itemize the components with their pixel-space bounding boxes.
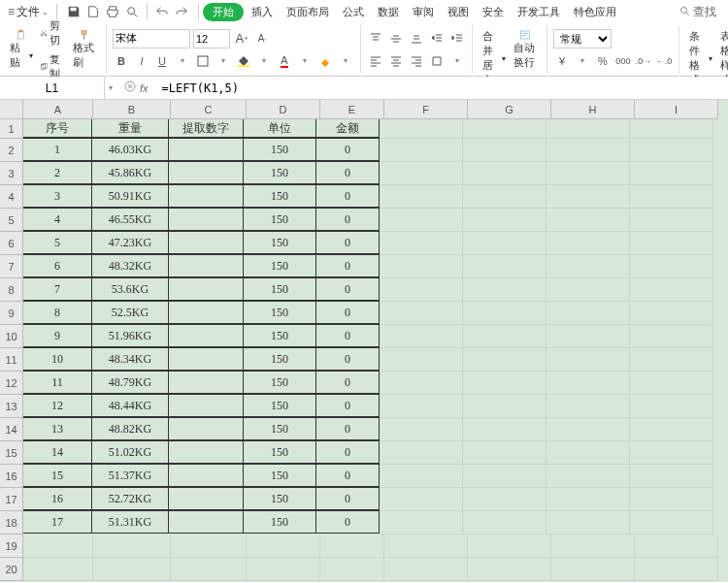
cell[interactable] — [320, 534, 384, 558]
cell[interactable] — [463, 348, 546, 372]
cell[interactable] — [630, 278, 713, 302]
cell[interactable] — [168, 277, 244, 301]
cell[interactable] — [463, 302, 546, 325]
cell[interactable] — [380, 162, 463, 185]
decrease-indent-button[interactable] — [428, 30, 446, 48]
cell[interactable]: 金额 — [315, 118, 380, 138]
cell[interactable] — [468, 558, 551, 581]
tab-插入[interactable]: 插入 — [246, 3, 279, 21]
cell[interactable]: 0 — [315, 464, 380, 487]
cell[interactable] — [546, 119, 630, 139]
cell[interactable] — [93, 534, 171, 558]
cell[interactable]: 14 — [22, 440, 92, 464]
borders-button[interactable] — [194, 52, 212, 70]
cell[interactable] — [168, 161, 244, 184]
cell[interactable] — [630, 488, 713, 511]
cell[interactable] — [171, 558, 247, 581]
cell[interactable] — [630, 302, 713, 325]
cell[interactable]: 0 — [315, 231, 380, 254]
cell[interactable] — [168, 394, 244, 417]
cell[interactable] — [380, 185, 463, 209]
cell[interactable]: 150 — [243, 161, 316, 184]
col-header-B[interactable]: B — [93, 100, 171, 119]
cell[interactable]: 150 — [243, 464, 316, 487]
cell[interactable]: 3 — [22, 184, 92, 208]
cell[interactable]: 150 — [243, 440, 316, 464]
row-header-19[interactable]: 19 — [0, 534, 23, 558]
decrease-font-button[interactable]: A- — [253, 30, 271, 48]
cell[interactable]: 150 — [243, 324, 316, 347]
percent-button[interactable]: % — [594, 52, 612, 70]
cell[interactable]: 150 — [243, 394, 316, 417]
cell[interactable] — [168, 487, 244, 510]
cell[interactable]: 150 — [243, 347, 316, 371]
cell[interactable] — [247, 558, 320, 581]
cell[interactable] — [630, 465, 713, 488]
cell[interactable]: 51.37KG — [91, 464, 169, 487]
cell[interactable]: 48.79KG — [91, 371, 169, 394]
cell[interactable]: 150 — [243, 371, 316, 394]
cell[interactable]: 0 — [315, 487, 380, 510]
cell[interactable] — [630, 395, 713, 418]
row-header-15[interactable]: 15 — [0, 441, 23, 465]
cell[interactable]: 0 — [315, 254, 380, 277]
number-format-select[interactable]: 常规 — [553, 29, 612, 49]
cell[interactable] — [380, 232, 463, 255]
align-top-button[interactable] — [367, 30, 384, 48]
cell[interactable]: 150 — [243, 277, 316, 301]
redo-icon[interactable] — [175, 5, 188, 18]
cell[interactable]: 50.91KG — [91, 184, 169, 208]
format-painter-button[interactable]: 格式刷 — [69, 27, 100, 72]
cell[interactable] — [546, 325, 630, 348]
cell[interactable]: 47.23KG — [91, 231, 169, 254]
cell[interactable]: 0 — [315, 301, 380, 324]
cell[interactable]: 5 — [22, 231, 92, 254]
col-header-G[interactable]: G — [468, 100, 551, 119]
cell[interactable]: 13 — [22, 417, 92, 440]
tab-开发工具[interactable]: 开发工具 — [512, 3, 566, 21]
cell[interactable] — [380, 441, 463, 465]
row-header-8[interactable]: 8 — [0, 278, 23, 302]
fill-color-button[interactable] — [235, 52, 252, 70]
increase-indent-button[interactable] — [448, 30, 466, 48]
cell[interactable]: 46.55KG — [91, 208, 169, 231]
cell[interactable] — [171, 534, 247, 558]
cell[interactable]: 150 — [243, 417, 316, 440]
cell[interactable] — [546, 139, 630, 162]
paste-button[interactable]: 粘贴▾ — [6, 27, 37, 72]
row-header-13[interactable]: 13 — [0, 395, 23, 418]
italic-button[interactable]: I — [133, 52, 150, 70]
cell[interactable]: 150 — [243, 184, 316, 208]
cell[interactable]: 2 — [22, 161, 92, 184]
name-box[interactable] — [0, 77, 105, 99]
col-header-C[interactable]: C — [171, 100, 247, 119]
cell[interactable]: 46.03KG — [91, 138, 169, 161]
cell[interactable] — [630, 209, 713, 232]
cell[interactable]: 150 — [243, 487, 316, 510]
cell[interactable] — [630, 372, 713, 395]
increase-decimal-button[interactable]: .0→ — [635, 52, 652, 70]
cell[interactable] — [168, 417, 244, 440]
print-icon[interactable] — [106, 5, 119, 18]
cell[interactable]: 10 — [22, 347, 92, 371]
cell[interactable] — [463, 395, 546, 418]
row-header-10[interactable]: 10 — [0, 325, 23, 348]
cell[interactable]: 单位 — [243, 118, 316, 138]
cell[interactable]: 重量 — [91, 118, 169, 138]
cell[interactable] — [380, 488, 463, 511]
col-header-H[interactable]: H — [551, 100, 635, 119]
cell[interactable] — [380, 209, 463, 232]
row-header-3[interactable]: 3 — [0, 162, 23, 185]
cell[interactable] — [23, 558, 93, 581]
cell[interactable]: 7 — [22, 277, 92, 301]
cell[interactable] — [546, 278, 630, 302]
font-name-select[interactable] — [113, 29, 190, 49]
cell[interactable]: 53.6KG — [91, 277, 169, 301]
cell[interactable] — [380, 511, 463, 534]
cell[interactable]: 51.96KG — [91, 324, 169, 347]
cell[interactable] — [630, 232, 713, 255]
clear-format-button[interactable] — [316, 52, 334, 70]
cell[interactable]: 0 — [315, 371, 380, 394]
col-header-E[interactable]: E — [320, 100, 384, 119]
col-header-D[interactable]: D — [247, 100, 320, 119]
